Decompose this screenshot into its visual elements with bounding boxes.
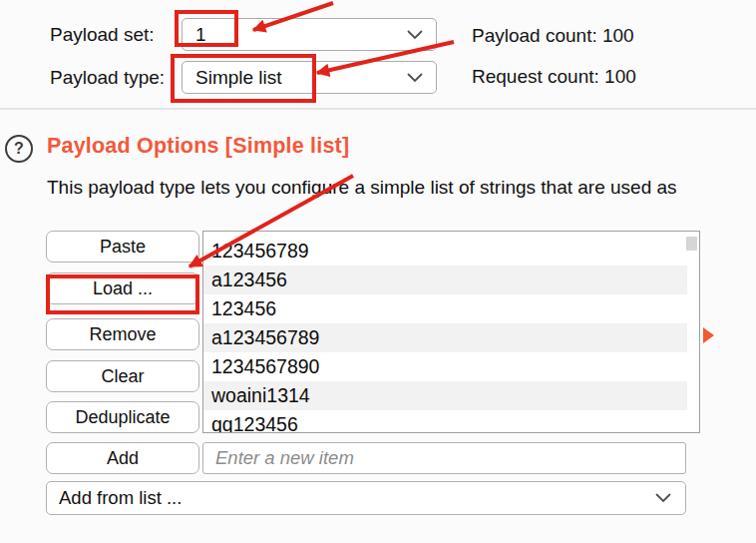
- list-item[interactable]: 123456789: [203, 237, 687, 266]
- payload-type-select[interactable]: Simple list: [182, 61, 437, 94]
- new-item-input[interactable]: [202, 442, 686, 474]
- payload-options-description: This payload type lets you configure a s…: [47, 177, 756, 199]
- payload-count-text: Payload count: 100: [472, 25, 634, 47]
- remove-button[interactable]: Remove: [46, 318, 199, 350]
- scrollbar-thumb[interactable]: [686, 237, 697, 251]
- deduplicate-button[interactable]: Deduplicate: [46, 401, 199, 433]
- list-item[interactable]: qq123456: [203, 410, 687, 433]
- payload-set-select[interactable]: 1: [182, 18, 437, 51]
- add-button[interactable]: Add: [46, 442, 199, 474]
- request-count-text: Request count: 100: [472, 66, 636, 88]
- add-from-list-select[interactable]: Add from list ...: [46, 481, 686, 515]
- chevron-down-icon: [407, 30, 423, 40]
- chevron-down-icon: [655, 493, 671, 503]
- list-marker-arrow-icon: [703, 327, 714, 343]
- payload-set-label: Payload set:: [50, 24, 155, 46]
- section-divider: [0, 108, 756, 110]
- paste-button[interactable]: Paste: [46, 231, 199, 263]
- intruder-payloads-panel: Payload set: 1 Payload count: 100 Payloa…: [0, 0, 756, 543]
- add-from-list-value: Add from list ...: [59, 487, 182, 509]
- chevron-down-icon: [407, 73, 423, 83]
- list-item[interactable]: a123456: [203, 266, 687, 294]
- list-item[interactable]: woaini1314: [203, 381, 687, 410]
- clear-button[interactable]: Clear: [46, 360, 199, 392]
- help-icon[interactable]: ?: [5, 135, 33, 163]
- list-item[interactable]: 123456: [203, 294, 687, 323]
- list-item[interactable]: 1234567890: [203, 352, 687, 381]
- payload-options-heading: Payload Options [Simple list]: [47, 134, 349, 159]
- payload-set-value: 1: [195, 24, 206, 46]
- payload-type-value: Simple list: [195, 67, 282, 89]
- payload-list[interactable]: 123456789 a123456 123456 a123456789 1234…: [202, 231, 700, 433]
- load-button[interactable]: Load ...: [46, 272, 199, 304]
- payload-type-label: Payload type:: [50, 67, 165, 89]
- list-item[interactable]: a123456789: [203, 323, 687, 352]
